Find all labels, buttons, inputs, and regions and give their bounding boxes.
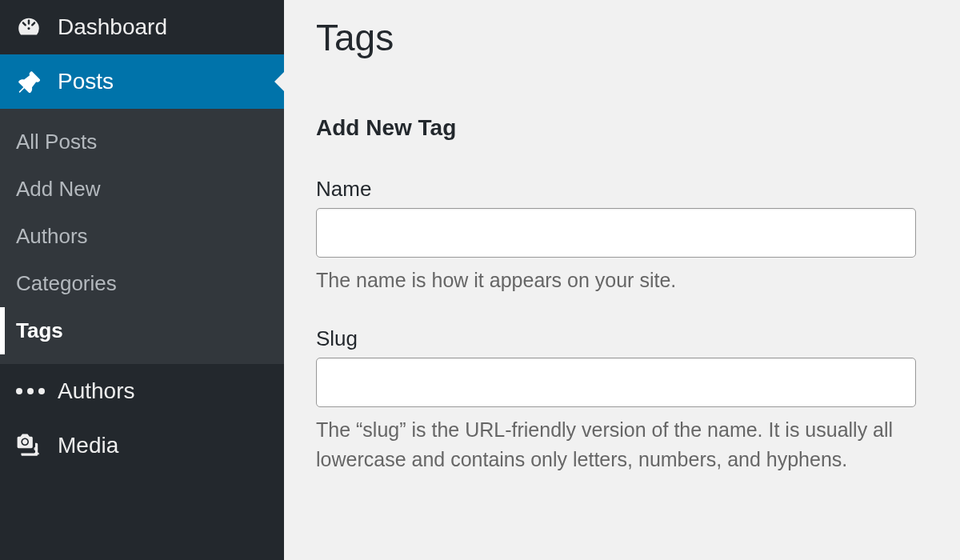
pin-icon [16, 69, 48, 94]
sidebar-item-label: Authors [58, 378, 135, 404]
sidebar-item-authors[interactable]: Authors [0, 364, 284, 418]
sidebar-item-label: Posts [58, 69, 114, 94]
sidebar-item-posts[interactable]: Posts [0, 54, 284, 109]
sidebar-subitem-authors[interactable]: Authors [0, 213, 284, 260]
section-title: Add New Tag [316, 115, 928, 141]
sidebar-subitem-all-posts[interactable]: All Posts [0, 118, 284, 166]
slug-field-group: Slug The “slug” is the URL-friendly vers… [316, 326, 928, 474]
slug-help-text: The “slug” is the URL-friendly version o… [316, 415, 924, 474]
dots-icon [16, 388, 48, 394]
name-field-group: Name The name is how it appears on your … [316, 177, 928, 294]
posts-submenu: All Posts Add New Authors Categories Tag… [0, 109, 284, 364]
admin-sidebar: Dashboard Posts All Posts Add New Author… [0, 0, 284, 560]
dashboard-icon [16, 14, 48, 40]
sidebar-item-media[interactable]: Media [0, 418, 284, 473]
sidebar-subitem-categories[interactable]: Categories [0, 260, 284, 307]
sidebar-subitem-tags[interactable]: Tags [0, 307, 284, 354]
slug-label: Slug [316, 326, 928, 351]
name-label: Name [316, 177, 928, 202]
sidebar-subitem-add-new[interactable]: Add New [0, 166, 284, 213]
sidebar-item-label: Dashboard [58, 14, 167, 40]
main-content: Tags Add New Tag Name The name is how it… [284, 0, 960, 560]
media-icon [16, 433, 48, 458]
page-title: Tags [316, 16, 928, 59]
sidebar-item-dashboard[interactable]: Dashboard [0, 0, 284, 54]
name-help-text: The name is how it appears on your site. [316, 266, 924, 294]
slug-input[interactable] [316, 358, 916, 407]
sidebar-item-label: Media [58, 433, 118, 458]
name-input[interactable] [316, 208, 916, 258]
